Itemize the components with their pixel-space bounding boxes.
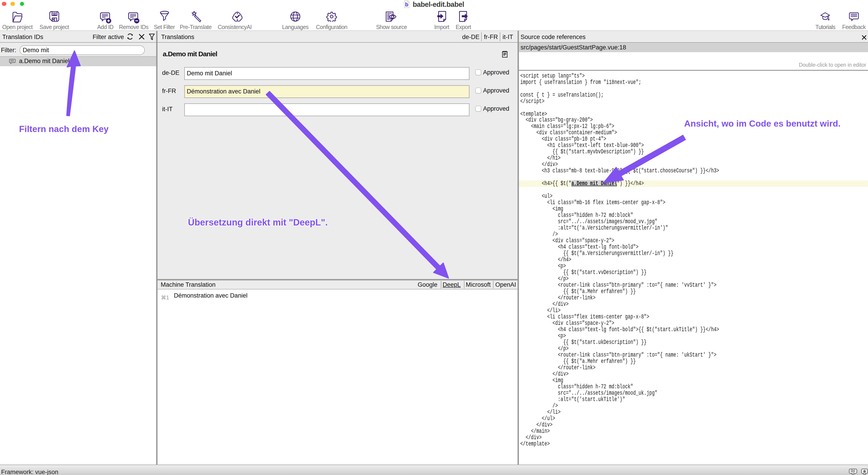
svg-text:b: b bbox=[405, 1, 408, 7]
